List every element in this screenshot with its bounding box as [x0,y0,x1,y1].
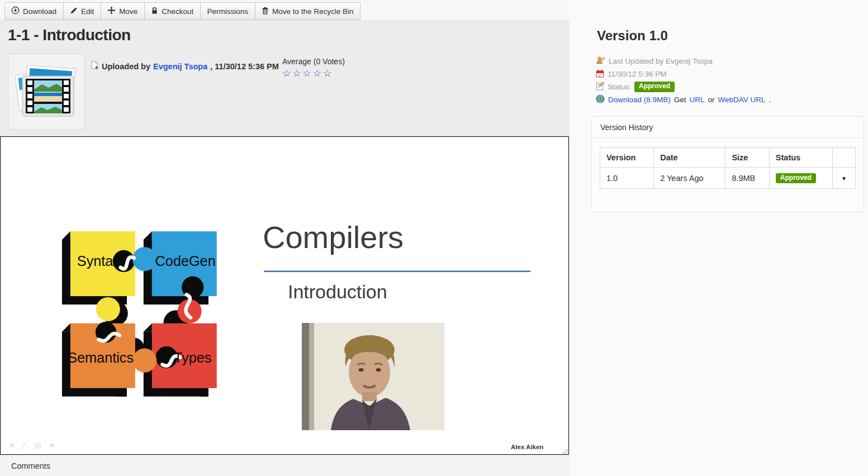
rating-widget: Average (0 Votes) ☆☆☆☆☆ [282,57,345,79]
puzzle-label-syntax: Syntax [77,253,121,269]
document-add-icon [90,61,99,72]
or-text: or [708,96,715,104]
column-header-size: Size [725,148,769,168]
version-history-table: Version Date Size Status 1.0 2 Years Ago… [600,147,856,189]
star-icon[interactable]: ☆ [292,68,302,79]
preview-controls: ◄ ╱ ▤ ► [7,440,56,449]
version-history-panel: Version History Version Date Size Status… [591,116,864,212]
checkout-button[interactable]: Checkout [144,2,201,20]
edit-button[interactable]: Edit [63,2,101,20]
trash-icon [262,7,269,16]
uploaded-by-prefix: Uploaded by [102,62,150,71]
globe-icon [596,94,605,105]
puzzle-label-types: Types [174,350,211,365]
download-button[interactable]: Download [4,2,64,20]
puzzle-label-semantics: Semantics [68,350,134,365]
slide-title: Compilers [263,219,404,255]
date-line: 17 11/30/12 5:36 PM [596,68,771,80]
document-preview[interactable]: Syntax CodeGen Semantics Types Compilers… [0,136,569,455]
speaker-webcam-frame [302,323,444,430]
uploaded-by-line: Uploaded by Evgenij Tsopa , 11/30/12 5:3… [90,61,279,72]
version-history-body: Version Date Size Status 1.0 2 Years Ago… [592,138,864,198]
edit-button-label: Edit [81,7,94,16]
status-doc-icon [596,82,604,92]
last-updated-text: Last Updated by Evgenij Tsopa [609,57,713,65]
cell-actions: ▼ [833,168,856,189]
column-header-status: Status [769,148,832,168]
checkout-button-label: Checkout [162,7,193,16]
rating-label: Average (0 Votes) [282,57,345,66]
puzzle-label-codegen: CodeGen [155,253,216,269]
slide-subtitle: Introduction [288,281,387,303]
move-button[interactable]: Move [101,2,145,20]
prev-arrow-icon[interactable]: ◄ [7,440,15,449]
webdav-url-link[interactable]: WebDAV URL [718,96,766,104]
move-to-recycle-bin-button[interactable]: Move to the Recycle Bin [255,2,361,20]
column-header-version: Version [600,148,654,168]
move-arrows-icon [107,6,116,16]
upload-date: , 11/30/12 5:36 PM [210,62,279,71]
document-toolbar: Download Edit Move Checkout Permissions … [0,0,570,20]
row-actions-caret-icon[interactable]: ▼ [839,174,849,183]
status-badge: Approved [634,82,675,92]
cell-version: 1.0 [600,168,654,189]
download-button-label: Download [23,7,56,16]
cell-date: 2 Years Ago [654,168,725,189]
toolbar-button-group: Download Edit Move Checkout Permissions … [4,2,361,20]
next-arrow-icon[interactable]: ► [49,440,57,449]
download-circle-icon [11,6,20,16]
version-history-title: Version History [592,117,864,138]
user-edit-icon [596,56,605,66]
puzzle-diagram: Syntax CodeGen Semantics Types [45,223,223,411]
document-header: 1-1 - Introduction [0,20,570,136]
video-thumbnail [8,54,85,130]
filmstrip-thumbnail-icon [13,60,79,123]
pages-icon[interactable]: ▤ [34,440,41,449]
get-url-link[interactable]: URL [690,96,705,104]
status-label: Status: [608,83,631,91]
rating-stars[interactable]: ☆☆☆☆☆ [282,68,345,79]
column-header-actions [833,148,856,168]
period-text: . [769,96,771,104]
speaker-name: Alex Aiken [511,444,543,450]
star-icon[interactable]: ☆ [323,68,333,79]
download-line: Download (8.9MB) Get URL or WebDAV URL . [596,93,771,106]
lock-icon [151,7,158,16]
annotate-icon[interactable]: ╱ [22,440,27,449]
move-to-recycle-bin-label: Move to the Recycle Bin [272,7,354,16]
status-line: Status: Approved [596,80,771,93]
cell-size: 8.9MB [725,168,769,189]
page-title: 1-1 - Introduction [8,26,131,44]
pencil-icon [70,7,78,16]
calendar-icon: 17 [596,69,604,79]
svg-text:17: 17 [598,73,602,77]
version-history-row: 1.0 2 Years Ago 8.9MB Approved ▼ [600,168,856,189]
comments-title: Comments [11,461,50,470]
download-size-link[interactable]: Download (8.9MB) [608,96,671,104]
comments-section-header: Comments [0,455,570,476]
date-text: 11/30/12 5:36 PM [608,70,667,78]
permissions-button[interactable]: Permissions [200,2,255,20]
uploader-link[interactable]: Evgenij Tsopa [153,62,207,71]
column-header-date: Date [654,148,725,168]
last-updated-line: Last Updated by Evgenij Tsopa [596,55,771,68]
get-text: Get [674,96,686,104]
version-info-list: Last Updated by Evgenij Tsopa 17 11/30/1… [596,55,771,106]
row-status-badge: Approved [776,173,816,183]
move-button-label: Move [119,7,137,16]
star-icon[interactable]: ☆ [282,68,292,79]
slide-title-underline [264,270,530,272]
version-heading: Version 1.0 [597,28,668,44]
resize-handle-icon[interactable]: ◿ [563,447,567,454]
permissions-button-label: Permissions [207,7,248,16]
star-icon[interactable]: ☆ [303,68,313,79]
cell-status: Approved [769,168,832,189]
star-icon[interactable]: ☆ [313,68,323,79]
